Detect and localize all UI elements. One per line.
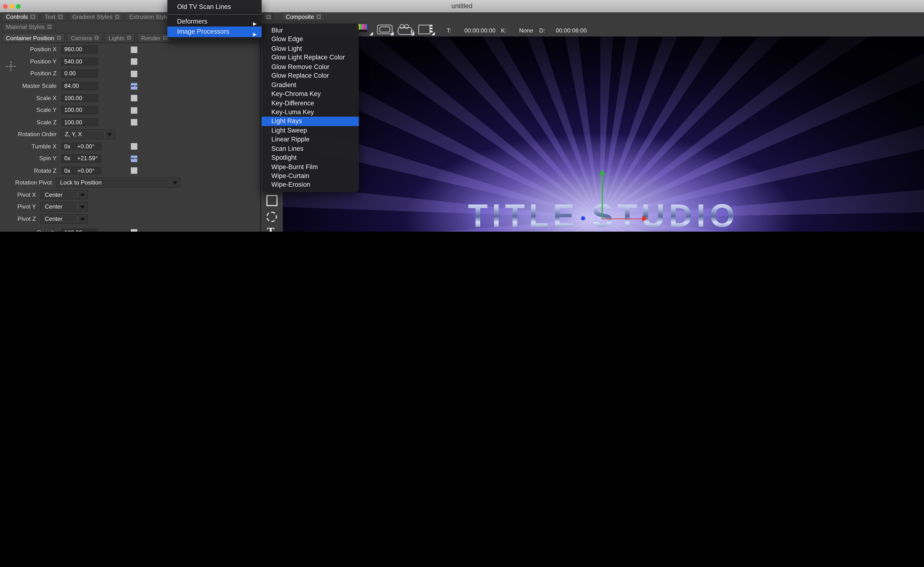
submenu-item-glow-light-replace-color[interactable]: Glow Light Replace Color (261, 53, 358, 62)
dropdown-value: Center (45, 203, 63, 210)
rotation-count: 0x (64, 142, 77, 150)
camera-icon[interactable] (398, 24, 413, 34)
tab-text[interactable]: Text (40, 12, 66, 21)
submenu-item-light-rays[interactable]: Light Rays (261, 117, 358, 126)
viewer-tab-stub[interactable] (264, 12, 273, 21)
tab-gradient-styles[interactable]: Gradient Styles (68, 12, 123, 21)
tab-controls[interactable]: Controls (2, 12, 39, 21)
dropdown-value: Center (45, 215, 63, 222)
position-y-field[interactable]: 540.00 (62, 57, 98, 65)
param-label: Rotate Z (0, 167, 57, 174)
tab-composite[interactable]: Composite (282, 12, 325, 21)
timecode-t-value: 00:00:00:00 (464, 27, 495, 34)
gizmo-origin-handle[interactable] (581, 216, 585, 220)
rectangle-tool-icon[interactable] (266, 195, 278, 206)
submenu-item-scan-lines[interactable]: Scan Lines (261, 144, 358, 153)
x-axis-arrowhead-icon (642, 216, 648, 221)
control-row-scale-y: Scale Y100.00 (0, 106, 261, 114)
submenu-arrow-icon: ▶ (253, 29, 256, 39)
scale-y-field[interactable]: 100.00 (62, 106, 98, 114)
submenu-item-glow-light[interactable]: Glow Light (261, 44, 358, 53)
menu-item-label: Deformers (177, 17, 207, 24)
control-row-tumble-x: Tumble X0x+0.00° (0, 142, 261, 150)
control-row-rotation-pivot: Rotation PivotLock to Position (0, 178, 261, 186)
keyframe-toggle-position-y[interactable] (131, 58, 137, 65)
param-label: Pivot Z (0, 215, 36, 222)
angle-value: +0.00° (77, 167, 94, 174)
tab-box-icon (58, 15, 62, 19)
pivot-y-dropdown[interactable]: Center (40, 202, 88, 211)
tab-label: Lights (108, 34, 124, 41)
tab-render[interactable]: Render (137, 33, 171, 42)
submenu-item-wipe-erosion[interactable]: Wipe-Erosion (261, 180, 358, 189)
submenu-item-wipe-curtain[interactable]: Wipe-Curtain (261, 171, 358, 181)
master-scale-field[interactable]: 84.00 (62, 82, 98, 90)
control-row-master-scale: Master Scale84.00 (0, 82, 261, 90)
menu-item-deformers[interactable]: Deformers▶ (167, 16, 261, 27)
dropdown-triangle-icon (432, 32, 435, 35)
keyframe-toggle-scale-y[interactable] (131, 107, 137, 113)
keyframe-toggle-spin-y[interactable] (131, 155, 137, 162)
keyframe-toggle-position-x[interactable] (131, 46, 137, 52)
menu-item-label: Image Processors (177, 28, 230, 34)
safe-area-icon[interactable] (377, 24, 393, 34)
text-tool-icon[interactable]: T (267, 226, 274, 232)
position-x-field[interactable]: 960.00 (62, 45, 98, 53)
preview-monitor-icon[interactable] (418, 24, 434, 34)
submenu-item-gradient[interactable]: Gradient (261, 81, 358, 90)
composite-viewer[interactable]: TITLE STUDIO IMAGE PROCESSING SHADERS (283, 37, 924, 232)
tab-lights[interactable]: Lights (104, 33, 135, 42)
color-bars-icon[interactable] (357, 24, 372, 34)
keyframe-toggle-scale-z[interactable] (131, 119, 137, 126)
y-axis-gizmo[interactable] (602, 174, 603, 219)
submenu-item-glow-replace-color[interactable]: Glow Replace Color (261, 72, 358, 81)
tab-container-position[interactable]: Container Position (2, 33, 65, 42)
tab-box-icon (164, 36, 167, 40)
pivot-z-dropdown[interactable]: Center (40, 214, 88, 223)
submenu-item-linear-ripple[interactable]: Linear Ripple (261, 135, 358, 144)
rotation-order-dropdown[interactable]: Z, Y, X (61, 130, 115, 139)
tumble-x-field[interactable]: 0x+0.00° (62, 142, 102, 150)
menu-item-image-processors[interactable]: Image Processors▶ (167, 27, 261, 37)
submenu-item-wipe-burnt-film[interactable]: Wipe-Burnt Film (261, 162, 358, 171)
scale-x-field[interactable]: 100.00 (62, 94, 98, 102)
tab-label: Material Styles (6, 24, 45, 30)
submenu-item-key-chroma-key[interactable]: Key-Chroma Key (261, 90, 358, 99)
submenu-item-glow-edge[interactable]: Glow Edge (261, 35, 358, 44)
tab-box-icon (116, 15, 119, 19)
keyframe-toggle-master-scale[interactable] (131, 83, 137, 89)
submenu-item-glow-remove-color[interactable]: Glow Remove Color (261, 62, 358, 72)
submenu-item-blur[interactable]: Blur (261, 26, 358, 35)
monitor-glyph (418, 25, 430, 34)
submenu-item-key-difference[interactable]: Key-Difference (261, 99, 358, 108)
keyframe-toggle-scale-x[interactable] (131, 95, 137, 101)
submenu-item-light-sweep[interactable]: Light Sweep (261, 126, 358, 135)
chevron-down-icon (80, 206, 85, 208)
rotation-pivot-dropdown[interactable]: Lock to Position (56, 178, 180, 187)
tab-camera[interactable]: Camera (67, 33, 103, 42)
rotate-z-field[interactable]: 0x+0.00° (62, 166, 102, 174)
tab-label: Camera (71, 34, 92, 41)
menu-item-old-tv-scan-lines[interactable]: Old TV Scan Lines (167, 2, 261, 12)
submenu-item-spotlight[interactable]: Spotlight (261, 153, 358, 162)
keyframe-toggle-opacity[interactable] (131, 229, 137, 232)
rotation-count: 0x (64, 154, 77, 162)
timecode-d-label: D: (539, 27, 545, 34)
x-axis-gizmo[interactable] (602, 218, 642, 219)
keyframe-toggle-rotate-z[interactable] (131, 167, 137, 174)
tab-material-styles[interactable]: Material Styles (2, 22, 56, 31)
tab-label: Gradient Styles (72, 14, 112, 20)
ellipse-tool-icon[interactable] (266, 212, 277, 222)
dropdown-divider (77, 204, 78, 209)
keyframe-toggle-tumble-x[interactable] (131, 143, 137, 150)
keyframe-toggle-position-z[interactable] (131, 70, 137, 77)
scale-z-field[interactable]: 100.00 (62, 118, 98, 126)
pivot-x-dropdown[interactable]: Center (40, 190, 88, 199)
spin-y-field[interactable]: 0x+21.59° (62, 154, 102, 162)
control-row-scale-x: Scale X100.00 (0, 94, 261, 102)
position-z-field[interactable]: 0.00 (62, 69, 98, 78)
control-row-rotation-order: Rotation OrderZ, Y, X (0, 130, 261, 138)
opacity-field[interactable]: 100.00 (62, 228, 98, 232)
submenu-item-key-luma-key[interactable]: Key-Luma Key (261, 108, 358, 117)
window-title: untitled (0, 2, 924, 9)
